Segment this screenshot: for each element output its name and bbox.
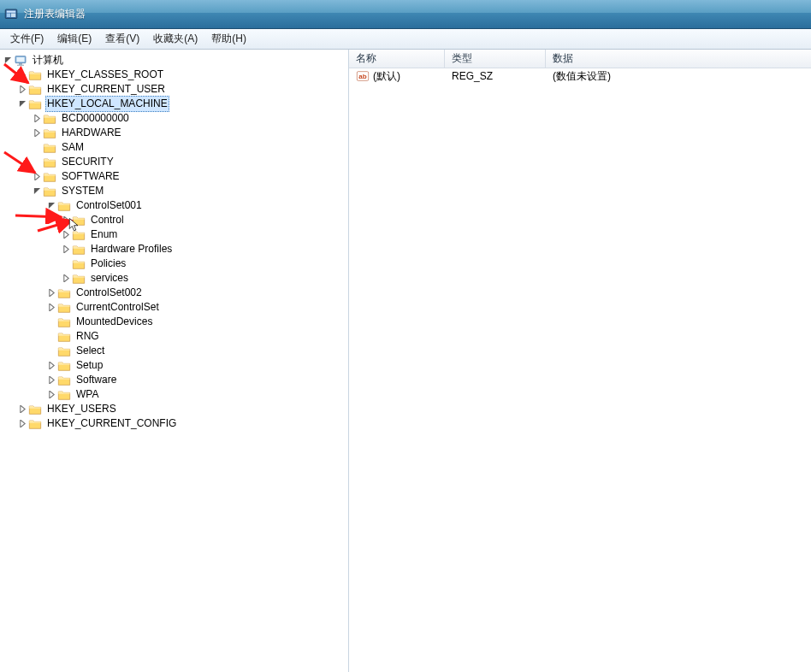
tree-item-services[interactable]: services	[2, 271, 348, 286]
svg-rect-7	[17, 64, 24, 65]
column-header-data[interactable]: 数据	[546, 50, 811, 68]
tree-item-system[interactable]: SYSTEM	[2, 184, 348, 198]
expander-closed-icon[interactable]	[45, 373, 57, 387]
tree-item-[interactable]: 计算机	[2, 53, 348, 68]
folder-icon	[72, 272, 86, 286]
titlebar: 注册表编辑器	[0, 0, 811, 29]
expander-open-icon[interactable]	[45, 198, 57, 213]
tree-item-label: ControlSet002	[74, 286, 144, 300]
tree-item-label: 计算机	[31, 53, 65, 68]
expander-closed-icon[interactable]	[16, 402, 28, 416]
folder-icon	[57, 359, 71, 373]
expander-closed-icon[interactable]	[31, 126, 43, 140]
tree-item-control[interactable]: Control	[2, 213, 348, 227]
menu-edit[interactable]: 编辑(E)	[50, 30, 98, 48]
tree-item-enum[interactable]: Enum	[2, 227, 348, 242]
tree-item-software[interactable]: SOFTWARE	[2, 169, 348, 184]
value-name: (默认)	[373, 69, 400, 84]
svg-rect-1	[7, 10, 16, 12]
menu-help[interactable]: 帮助(H)	[204, 30, 253, 48]
list-body[interactable]: ab (默认)REG_SZ(数值未设置)	[349, 68, 811, 672]
tree-item-label: RNG	[74, 329, 101, 344]
column-header-name[interactable]: 名称	[349, 50, 445, 68]
folder-icon	[72, 257, 86, 271]
expander-closed-icon[interactable]	[45, 300, 57, 315]
expander-closed-icon[interactable]	[60, 213, 72, 227]
tree-item-hkey-users[interactable]: HKEY_USERS	[2, 402, 348, 416]
computer-icon	[14, 54, 27, 68]
values-list: 名称 类型 数据 ab (默认)REG_SZ(数值未设置)	[349, 50, 811, 672]
list-row[interactable]: ab (默认)REG_SZ(数值未设置)	[349, 68, 811, 84]
string-value-icon: ab	[356, 69, 370, 83]
tree-item-hkey-current-config[interactable]: HKEY_CURRENT_CONFIG	[2, 416, 348, 431]
tree-item-label: Enum	[89, 227, 119, 242]
svg-rect-5	[16, 57, 24, 62]
folder-icon	[72, 214, 86, 227]
tree-item-label: HARDWARE	[60, 126, 123, 140]
tree-item-hkey-classes-root[interactable]: HKEY_CLASSES_ROOT	[2, 68, 348, 82]
expander-open-icon[interactable]	[2, 53, 14, 68]
tree-item-label: Policies	[89, 256, 127, 271]
expander-closed-icon[interactable]	[60, 227, 72, 242]
expander-closed-icon[interactable]	[45, 387, 57, 402]
expander-closed-icon[interactable]	[60, 271, 72, 286]
menu-view[interactable]: 查看(V)	[98, 30, 146, 48]
tree-item-hardware-profiles[interactable]: Hardware Profiles	[2, 242, 348, 256]
tree-item-label: Hardware Profiles	[89, 242, 174, 256]
svg-rect-2	[7, 13, 11, 17]
tree-item-label: SECURITY	[60, 155, 115, 169]
folder-icon	[57, 345, 71, 358]
folder-icon	[28, 83, 42, 97]
tree-item-wpa[interactable]: WPA	[2, 387, 348, 402]
menu-favorites[interactable]: 收藏夹(A)	[146, 30, 204, 48]
tree-item-label: HKEY_CURRENT_CONFIG	[45, 416, 178, 431]
tree-item-label: Control	[89, 213, 126, 227]
folder-icon	[43, 170, 56, 184]
tree-item-policies[interactable]: Policies	[2, 256, 348, 271]
tree-item-controlset001[interactable]: ControlSet001	[2, 198, 348, 213]
expander-closed-icon[interactable]	[16, 68, 28, 82]
tree-item-software[interactable]: Software	[2, 373, 348, 387]
tree-item-label: SOFTWARE	[60, 169, 121, 184]
tree-item-label: Setup	[74, 358, 104, 373]
tree-item-security[interactable]: SECURITY	[2, 155, 348, 169]
folder-icon	[28, 97, 42, 111]
expander-open-icon[interactable]	[16, 97, 28, 111]
tree-item-label: Software	[74, 373, 118, 387]
svg-text:ab: ab	[358, 73, 366, 80]
tree-item-label: ControlSet001	[74, 198, 144, 213]
registry-tree[interactable]: 计算机 HKEY_CLASSES_ROOT HKEY_CURRENT_USER …	[0, 50, 349, 672]
tree-item-mounteddevices[interactable]: MountedDevices	[2, 315, 348, 329]
folder-icon	[57, 315, 71, 329]
expander-closed-icon[interactable]	[60, 242, 72, 256]
expander-open-icon[interactable]	[31, 184, 43, 198]
menubar: 文件(F) 编辑(E) 查看(V) 收藏夹(A) 帮助(H)	[0, 29, 811, 50]
expander-closed-icon[interactable]	[16, 82, 28, 97]
expander-closed-icon[interactable]	[16, 416, 28, 431]
expander-closed-icon[interactable]	[31, 169, 43, 184]
svg-rect-6	[19, 63, 22, 64]
tree-item-sam[interactable]: SAM	[2, 140, 348, 155]
folder-icon	[57, 301, 71, 315]
tree-item-setup[interactable]: Setup	[2, 358, 348, 373]
tree-item-controlset002[interactable]: ControlSet002	[2, 286, 348, 300]
folder-icon	[57, 330, 71, 344]
tree-item-hkey-local-machine[interactable]: HKEY_LOCAL_MACHINE	[2, 97, 348, 111]
tree-item-bcd00000000[interactable]: BCD00000000	[2, 111, 348, 126]
folder-icon	[28, 417, 42, 431]
tree-item-label: MountedDevices	[74, 315, 154, 329]
expander-closed-icon[interactable]	[45, 286, 57, 300]
expander-closed-icon[interactable]	[31, 111, 43, 126]
list-header: 名称 类型 数据	[349, 50, 811, 68]
expander-closed-icon[interactable]	[45, 358, 57, 373]
tree-item-hardware[interactable]: HARDWARE	[2, 126, 348, 140]
window-title: 注册表编辑器	[24, 7, 86, 21]
tree-item-label: HKEY_LOCAL_MACHINE	[45, 96, 169, 112]
folder-icon	[43, 112, 56, 126]
menu-file[interactable]: 文件(F)	[3, 30, 50, 48]
tree-item-currentcontrolset[interactable]: CurrentControlSet	[2, 300, 348, 315]
column-header-type[interactable]: 类型	[445, 50, 546, 68]
tree-item-select[interactable]: Select	[2, 344, 348, 358]
tree-item-rng[interactable]: RNG	[2, 329, 348, 344]
tree-item-hkey-current-user[interactable]: HKEY_CURRENT_USER	[2, 82, 348, 97]
